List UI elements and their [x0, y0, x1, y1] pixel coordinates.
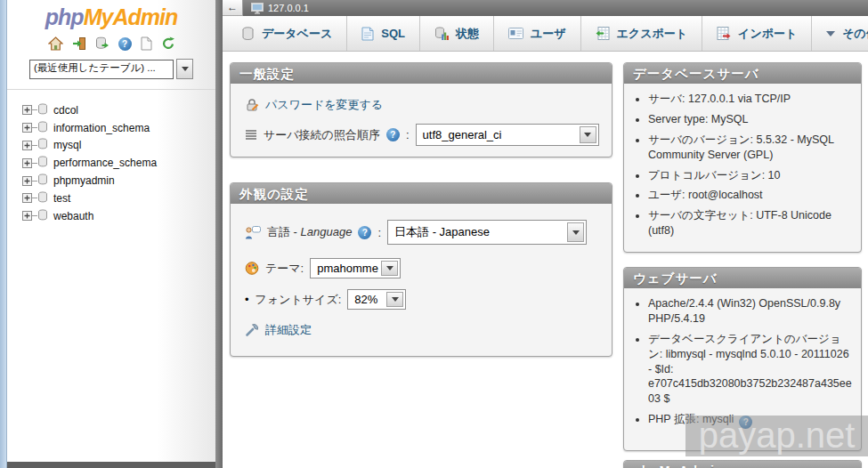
appearance-settings-panel: 外観の設定 言語 - Language : 日本語 - Japanese テーマ…	[230, 182, 612, 357]
tab-import[interactable]: インポート	[702, 16, 812, 51]
expand-plus-icon[interactable]	[22, 176, 32, 186]
tab-sql[interactable]: SQL	[347, 16, 420, 51]
expand-plus-icon[interactable]	[22, 141, 32, 150]
recent-tables-value[interactable]: (最近使用したテーブル) ...	[29, 60, 174, 79]
tab-label: その他	[842, 26, 868, 42]
recent-tables-dropdown-button[interactable]	[176, 59, 193, 79]
tab-label: SQL	[381, 27, 405, 40]
database-name[interactable]: phpmyadmin	[53, 174, 115, 187]
more-settings-row: 詳細設定	[245, 322, 612, 338]
status-icon	[434, 27, 449, 41]
server-host: 127.0.0.1	[268, 3, 309, 13]
collation-row: サーバ接続の照合順序 : utf8_general_ci	[245, 124, 612, 146]
colon-text: :	[377, 226, 381, 239]
help-icon[interactable]	[358, 226, 371, 239]
sql-icon	[361, 27, 374, 41]
database-name[interactable]: performance_schema	[53, 157, 157, 169]
database-name[interactable]: mysql	[53, 139, 81, 151]
expand-plus-icon[interactable]	[22, 193, 32, 203]
theme-value: pmahomme	[311, 262, 379, 275]
logout-icon[interactable]	[72, 36, 86, 51]
database-name[interactable]: webauth	[53, 210, 93, 222]
database-icon	[37, 138, 48, 152]
tab-label: エクスポート	[617, 26, 688, 42]
web-server-list: Apache/2.4.4 (Win32) OpenSSL/0.9.8y PHP/…	[624, 296, 861, 429]
language-icon	[245, 226, 261, 239]
change-password-link[interactable]: パスワードを変更する	[265, 97, 383, 113]
logo-myadmin-text: MyAdmin	[84, 4, 178, 29]
more-settings-link[interactable]: 詳細設定	[265, 322, 312, 338]
info-list-item: Apache/2.4.4 (Win32) OpenSSL/0.9.8y PHP/…	[648, 296, 854, 327]
collation-select[interactable]: utf8_general_ci	[416, 124, 599, 146]
language-value: 日本語 - Japanese	[388, 224, 565, 240]
theme-select[interactable]: pmahomme	[310, 258, 401, 278]
tab-users[interactable]: ユーザ	[494, 16, 581, 51]
phpmyadmin-logo[interactable]: phpMyAdmin	[7, 0, 215, 30]
left-edge-strip	[0, 0, 7, 468]
sidebar-divider	[7, 89, 215, 90]
chevron-down-icon	[381, 261, 398, 276]
back-button[interactable]: ←	[223, 0, 243, 16]
recent-tables-select: (最近使用したテーブル) ...	[7, 59, 215, 79]
help-icon[interactable]	[739, 416, 752, 429]
query-window-icon[interactable]	[95, 36, 110, 51]
sidebar-splitter[interactable]	[215, 0, 223, 468]
database-icon	[37, 103, 48, 117]
language-select[interactable]: 日本語 - Japanese	[387, 220, 587, 245]
font-size-label: フォントサイズ:	[256, 292, 342, 308]
info-list-item: サーバ: 127.0.0.1 via TCP/IP	[648, 92, 854, 107]
php-extension-text: PHP 拡張: mysqli	[648, 413, 734, 425]
chevron-down-icon	[567, 222, 584, 242]
database-icon	[37, 191, 48, 206]
info-list-item: Server type: MySQL	[648, 112, 854, 127]
wrench-icon	[245, 323, 259, 337]
main-tab-bar: データベース SQL 状態 ユーザ エクスポート	[223, 16, 868, 52]
tab-label: 状態	[456, 26, 479, 42]
navigation-sidebar: phpMyAdmin (最近使用したテーブル) ...	[7, 0, 215, 468]
expand-plus-icon[interactable]	[22, 105, 32, 115]
language-label-jp: 言語 -	[267, 225, 297, 238]
documentation-icon[interactable]	[141, 36, 152, 51]
info-list-item: ユーザ: root@localhost	[648, 188, 854, 203]
tab-export[interactable]: エクスポート	[581, 16, 703, 51]
font-size-row: • フォントサイズ: 82%	[245, 289, 612, 310]
phpmyadmin-home: phpMyAdmin (最近使用したテーブル) ...	[0, 0, 868, 468]
bullet-text: •	[245, 293, 249, 306]
language-label-en: Language	[301, 225, 353, 238]
database-name[interactable]: information_schema	[53, 122, 150, 134]
web-server-panel: ウェブサーバ Apache/2.4.4 (Win32) OpenSSL/0.9.…	[623, 267, 862, 451]
database-icon	[37, 209, 48, 223]
language-label: 言語 - Language	[267, 224, 352, 240]
info-list-item: サーバの文字セット: UTF-8 Unicode (utf8)	[648, 208, 854, 238]
database-tree-item: information_schema	[22, 119, 215, 137]
database-icon	[37, 156, 48, 170]
tab-label: インポート	[738, 26, 797, 42]
theme-palette-icon	[245, 262, 259, 275]
font-size-select[interactable]: 82%	[347, 289, 406, 310]
theme-label: テーマ:	[265, 261, 304, 277]
expand-plus-icon[interactable]	[22, 123, 32, 133]
expand-plus-icon[interactable]	[22, 211, 32, 221]
database-server-panel: データベースサーバ サーバ: 127.0.0.1 via TCP/IPServe…	[623, 62, 862, 253]
help-icon[interactable]	[118, 37, 132, 51]
database-name[interactable]: test	[53, 192, 70, 205]
help-icon[interactable]	[386, 128, 400, 141]
collation-label: サーバ接続の照合順序	[264, 127, 380, 143]
panel-title: データベースサーバ	[624, 63, 861, 84]
general-settings-panel: 一般設定 パスワードを変更する サーバ接続の照合順序 : utf8_genera…	[230, 62, 612, 157]
logo-php-text: php	[45, 4, 84, 29]
language-row: 言語 - Language : 日本語 - Japanese	[245, 220, 612, 245]
tab-databases[interactable]: データベース	[227, 16, 347, 51]
database-name[interactable]: cdcol	[53, 104, 78, 117]
tab-more[interactable]: その他	[812, 16, 868, 51]
refresh-icon[interactable]	[161, 36, 175, 51]
home-icon[interactable]	[48, 36, 63, 51]
chevron-down-icon	[580, 126, 596, 143]
info-list-item: PHP 拡張: mysqli	[648, 412, 854, 429]
tab-status[interactable]: 状態	[420, 16, 494, 51]
font-size-value: 82%	[348, 293, 385, 306]
expand-plus-icon[interactable]	[22, 158, 32, 168]
sidebar-bottom-bar	[7, 462, 215, 468]
database-tree: cdcol information_schema	[7, 101, 215, 225]
databases-icon	[241, 27, 255, 41]
